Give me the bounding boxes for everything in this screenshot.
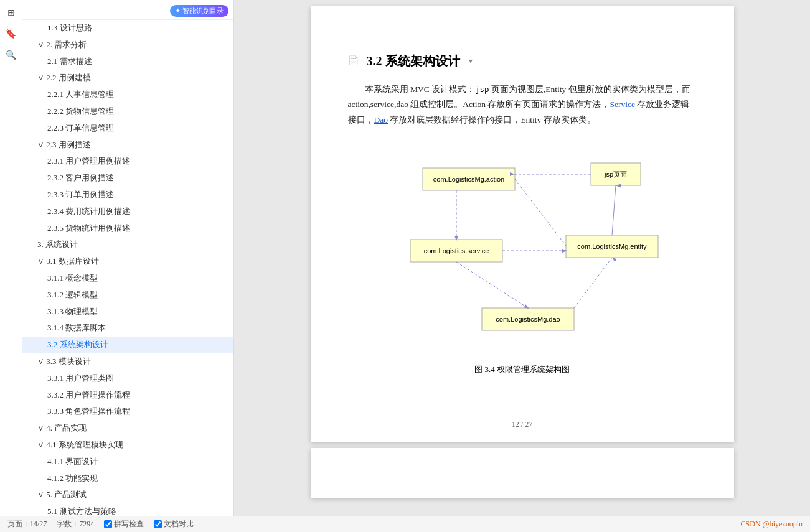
ai-badge[interactable]: ✦ 智能识别目录 [170,5,228,17]
doc-icon: 📄 [348,55,360,68]
spell-check-label: 拼写检查 [114,519,144,530]
toc-item[interactable]: 3.1.4 数据库脚本 [22,320,233,337]
sidebar-wrapper: ⊞ 🔖 🔍 ✦ 智能识别目录 1.3 设计思路∨ 2. 需求分析2.1 需求描述… [0,0,234,516]
left-icons-bar: ⊞ 🔖 🔍 [0,0,22,516]
toc-item[interactable]: 2.1 需求描述 [22,54,233,70]
toc-item[interactable]: ∨ 2.2 用例建模 [22,70,233,86]
grid-icon[interactable]: ⊞ [4,5,19,20]
dropdown-arrow[interactable]: ▾ [469,57,473,66]
svg-text:com.LogisticsMg.action: com.LogisticsMg.action [433,175,504,183]
toc-item[interactable]: 3.3.3 角色管理操作流程 [22,403,233,420]
spell-check-checkbox[interactable]: 拼写检查 [104,519,144,530]
toc-item[interactable]: ∨ 3.3 模块设计 [22,353,233,370]
toc-item[interactable]: 2.3.3 订单用例描述 [22,187,233,203]
toc-item[interactable]: ∨ 4. 产品实现 [22,420,233,437]
content-area[interactable]: 📄 3.2 系统架构设计 ▾ 本系统采用 MVC 设计模式：jsp 页面为视图层… [234,0,810,516]
toc-item[interactable]: 2.2.2 货物信息管理 [22,103,233,120]
word-count: 字数：7294 [57,519,94,530]
toc-item[interactable]: ∨ 2.3 用例描述 [22,137,233,154]
architecture-diagram: com.LogisticsMg.action jsp页面 com.Logisti… [373,146,672,345]
svg-text:jsp页面: jsp页面 [603,170,626,178]
toc-item[interactable]: 3.3.2 用户管理操作流程 [22,387,233,404]
toc-item[interactable]: 2.3.5 货物统计用例描述 [22,220,233,237]
svg-text:com.LogisticsMg.entity: com.LogisticsMg.entity [577,243,647,250]
spell-check-input[interactable] [104,520,112,528]
svg-text:com.LogisticsMg.dao: com.LogisticsMg.dao [496,315,560,323]
svg-line-16 [612,185,616,235]
svg-line-11 [515,179,566,246]
toc-item[interactable]: ∨ 4.1 系统管理模块实现 [22,437,233,454]
main-paragraph: 本系统采用 MVC 设计模式：jsp 页面为视图层,Entity 包里所放的实体… [348,82,697,128]
sidebar-top-bar: ✦ 智能识别目录 [22,2,233,20]
brand: CSDN @biyezuopin [741,520,803,529]
toc-item[interactable]: 3.1.3 物理模型 [22,304,233,320]
section-title: 📄 3.2 系统架构设计 ▾ [348,53,697,70]
service-link: Service [610,100,634,109]
toc-item[interactable]: 4.1.2 功能实现 [22,470,233,487]
svg-line-13 [456,262,528,308]
main-container: ⊞ 🔖 🔍 ✦ 智能识别目录 1.3 设计思路∨ 2. 需求分析2.1 需求描述… [0,0,810,516]
toc-item[interactable]: 1.3 设计思路 [22,20,233,37]
svg-text:com.Logistics.service: com.Logistics.service [423,247,489,254]
search-icon[interactable]: 🔍 [4,47,19,62]
toc-item[interactable]: ∨ 3.1 数据库设计 [22,253,233,270]
toc-item[interactable]: 3.1.1 概念模型 [22,270,233,287]
toc-item[interactable]: 4.1.1 界面设计 [22,454,233,470]
page-number: 12 / 27 [512,420,532,429]
doc-compare-checkbox[interactable]: 文档对比 [154,519,194,530]
toc-item[interactable]: ∨ 5. 产品测试 [22,487,233,503]
bookmark-icon[interactable]: 🔖 [4,26,19,41]
document-page: 📄 3.2 系统架构设计 ▾ 本系统采用 MVC 设计模式：jsp 页面为视图层… [311,6,734,442]
toc-item[interactable]: 2.2.3 订单信息管理 [22,120,233,137]
toc-item[interactable]: 3. 系统设计 [22,236,233,253]
page-info: 页面：14/27 [7,519,47,530]
svg-line-14 [574,258,612,308]
toc-item[interactable]: 2.3.4 费用统计用例描述 [22,203,233,220]
toc-item[interactable]: 2.3.2 客户用例描述 [22,170,233,187]
toc-item[interactable]: 5.1 测试方法与策略 [22,503,233,516]
jsp-code: jsp [475,85,489,94]
arch-svg: com.LogisticsMg.action jsp页面 com.Logisti… [373,146,672,345]
partial-page [311,448,734,498]
doc-compare-input[interactable] [154,520,162,528]
toc-item[interactable]: 3.2 系统架构设计 [22,337,233,353]
toc-item[interactable]: 2.2.1 人事信息管理 [22,86,233,103]
bottom-bar: 页面：14/27 字数：7294 拼写检查 文档对比 CSDN @biyezuo… [0,516,810,532]
toc-item[interactable]: ∨ 2. 需求分析 [22,37,233,54]
toc-item[interactable]: 3.1.2 逻辑模型 [22,287,233,304]
toc-item[interactable]: 2.3.1 用户管理用例描述 [22,153,233,170]
toc-sidebar: ✦ 智能识别目录 1.3 设计思路∨ 2. 需求分析2.1 需求描述∨ 2.2 … [22,0,234,516]
toc-item[interactable]: 3.3.1 用户管理类图 [22,370,233,387]
diagram-caption: 图 3.4 权限管理系统架构图 [348,364,697,375]
doc-compare-label: 文档对比 [164,519,194,530]
dao-link: Dao [374,115,389,124]
toc-container: 1.3 设计思路∨ 2. 需求分析2.1 需求描述∨ 2.2 用例建模2.2.1… [22,20,233,516]
